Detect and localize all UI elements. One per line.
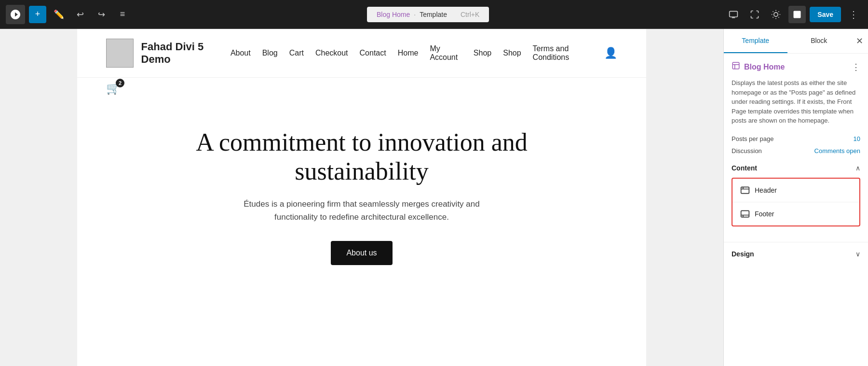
edit-mode-button[interactable]: ✏️	[50, 6, 68, 23]
keyboard-shortcut: Ctrl+K	[461, 11, 479, 18]
design-chevron-icon: ∨	[855, 250, 860, 258]
theme-toggle-button[interactable]	[767, 6, 785, 23]
nav-my-account[interactable]: My Account	[430, 44, 461, 62]
panel-header: Template Block ✕	[724, 29, 868, 54]
nav-contact[interactable]: Contact	[360, 49, 386, 57]
more-options-button[interactable]: ⋮	[845, 6, 862, 23]
undo-button[interactable]: ↩	[71, 6, 89, 23]
nav-checkout[interactable]: Checkout	[315, 49, 348, 57]
nav-home[interactable]: Home	[398, 49, 419, 57]
panel-blog-home-title: Blog Home	[744, 63, 785, 71]
panel-content: Blog Home ⋮ Displays the latest posts as…	[724, 54, 868, 242]
nav-blog[interactable]: Blog	[262, 49, 278, 57]
panel-description: Displays the latest posts as either the …	[732, 78, 860, 126]
svg-rect-4	[794, 11, 801, 18]
panel-title-inner: Blog Home	[732, 61, 785, 72]
site-name: Fahad Divi 5 Demo	[141, 41, 231, 66]
posts-per-page-label: Posts per page	[732, 135, 773, 142]
about-us-button[interactable]: About us	[331, 241, 392, 265]
discussion-value[interactable]: Comments open	[814, 147, 860, 155]
blog-home-panel-icon	[732, 61, 740, 72]
design-section-label: Design	[732, 250, 754, 258]
cart-badge: 2	[116, 79, 124, 87]
toolbar: + ✏️ ↩ ↪ ≡ Blog Home · Template Ctrl+K S…	[0, 0, 868, 29]
svg-rect-0	[730, 11, 738, 17]
site-logo: Fahad Divi 5 Demo	[106, 39, 231, 68]
posts-per-page-value[interactable]: 10	[854, 135, 860, 142]
hero-subtitle: Études is a pioneering firm that seamles…	[236, 197, 487, 224]
right-panel: Template Block ✕ Blog Home ⋮	[723, 29, 868, 366]
hero-title: A commitment to innovation and sustainab…	[193, 128, 530, 186]
footer-item-label: Footer	[755, 210, 774, 218]
nav-cart[interactable]: Cart	[289, 49, 304, 57]
panel-content-section-header: Content ∧	[732, 164, 860, 172]
template-label: Template	[420, 11, 447, 18]
panel-close-button[interactable]: ✕	[851, 32, 868, 50]
canvas-wrapper: Fahad Divi 5 Demo About Blog Cart Checko…	[0, 29, 723, 366]
svg-rect-7	[741, 211, 749, 217]
logo-image	[106, 39, 134, 68]
panel-options-button[interactable]: ⋮	[852, 62, 860, 72]
svg-point-3	[774, 12, 778, 16]
nav-about[interactable]: About	[231, 49, 251, 57]
content-item-footer[interactable]: Footer	[732, 202, 859, 225]
content-chevron-icon: ∧	[855, 164, 860, 172]
toolbar-right: Save ⋮	[725, 6, 862, 23]
blog-home-label: Blog Home	[377, 11, 410, 18]
tab-block[interactable]: Block	[787, 29, 851, 53]
panel-posts-per-page-row: Posts per page 10	[732, 135, 860, 142]
tab-template[interactable]: Template	[724, 29, 787, 53]
content-item-header[interactable]: Header	[732, 179, 859, 202]
canvas: Fahad Divi 5 Demo About Blog Cart Checko…	[77, 29, 646, 366]
header-item-label: Header	[755, 186, 777, 194]
add-block-button[interactable]: +	[29, 6, 46, 23]
nav-shop-2[interactable]: Shop	[503, 49, 521, 57]
list-view-button[interactable]: ≡	[114, 6, 131, 23]
header-block-icon	[740, 185, 750, 195]
nav-terms[interactable]: Terms and Conditions	[533, 44, 593, 62]
panel-title-row: Blog Home ⋮	[732, 61, 860, 72]
content-section-title: Content	[732, 164, 757, 172]
save-button[interactable]: Save	[810, 7, 841, 22]
site-nav: About Blog Cart Checkout Contact Home My…	[231, 44, 617, 62]
nav-shop-1[interactable]: Shop	[474, 49, 491, 57]
site-header: Fahad Divi 5 Demo About Blog Cart Checko…	[77, 29, 646, 78]
svg-rect-6	[741, 187, 749, 193]
editor-view-button[interactable]	[788, 6, 806, 23]
svg-rect-5	[732, 62, 739, 69]
separator-dot: ·	[414, 11, 416, 18]
content-items-list: Header Footer	[732, 178, 860, 226]
discussion-label: Discussion	[732, 147, 762, 155]
redo-button[interactable]: ↪	[93, 6, 110, 23]
template-pill[interactable]: Blog Home · Template Ctrl+K	[367, 7, 489, 22]
user-icon[interactable]: 👤	[604, 47, 617, 59]
cart-area: 🛒 2	[77, 78, 646, 99]
main-area: Fahad Divi 5 Demo About Blog Cart Checko…	[0, 29, 868, 366]
hero-section: A commitment to innovation and sustainab…	[77, 99, 646, 284]
footer-block-icon	[740, 209, 750, 219]
panel-discussion-row: Discussion Comments open	[732, 147, 860, 155]
design-section[interactable]: Design ∨	[724, 242, 868, 266]
toolbar-center: Blog Home · Template Ctrl+K	[135, 7, 721, 22]
wp-logo	[6, 5, 25, 24]
desktop-view-button[interactable]	[725, 6, 742, 23]
fullscreen-button[interactable]	[746, 6, 763, 23]
cart-icon-wrap[interactable]: 🛒 2	[106, 82, 121, 95]
